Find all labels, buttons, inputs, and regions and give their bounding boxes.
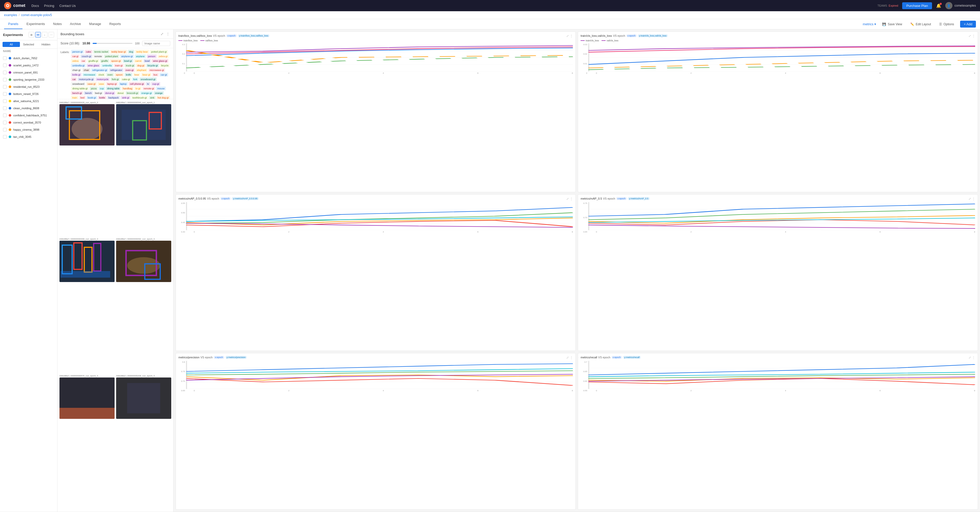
chart-x-label[interactable]: x:epoch bbox=[616, 197, 627, 200]
label-tag[interactable]: knife bbox=[124, 73, 132, 76]
label-tag[interactable]: carrot bbox=[134, 59, 143, 63]
chart-y-label[interactable]: y:train/box_loss,val/box_loss bbox=[238, 34, 270, 37]
label-tag[interactable]: wine glass-gt bbox=[151, 59, 168, 63]
label-tag[interactable]: oven bbox=[106, 73, 114, 76]
label-tag[interactable]: microwave-gt bbox=[148, 68, 165, 72]
tab-experiments[interactable]: Experiments bbox=[22, 19, 49, 29]
list-item[interactable]: clean_molding_8608 bbox=[0, 105, 57, 112]
label-tag[interactable]: cat bbox=[71, 77, 77, 81]
label-tag[interactable]: potted plant-gt bbox=[150, 50, 168, 54]
exp-checkbox[interactable] bbox=[3, 121, 6, 124]
save-view-button[interactable]: 💾 Save View bbox=[880, 21, 904, 27]
label-tag[interactable]: bed-gt bbox=[94, 91, 103, 95]
filter-all[interactable]: All bbox=[3, 42, 20, 47]
metrics-dropdown[interactable]: metrics ▾ bbox=[863, 22, 877, 26]
label-tag[interactable]: oven-gt bbox=[124, 68, 135, 72]
image-cell[interactable]: 04818f8a7 / 000000000428_curr_epoch_0 bbox=[59, 101, 115, 236]
label-tag[interactable]: teddy bear bbox=[135, 50, 149, 54]
label-tag[interactable]: bench bbox=[84, 91, 93, 95]
user-area[interactable]: 👤 cometexamples bbox=[945, 2, 976, 9]
sidebar-ctrl-3[interactable]: ↓ bbox=[42, 32, 48, 38]
add-button[interactable]: + Add bbox=[960, 21, 976, 27]
label-tag[interactable]: giraffe-gt bbox=[87, 59, 99, 63]
label-tag[interactable]: bicycle bbox=[160, 64, 170, 67]
label-tag[interactable]: bed bbox=[79, 96, 86, 99]
chart-more-icon[interactable]: ⋮ bbox=[570, 34, 573, 38]
label-tag[interactable]: car-gt bbox=[159, 73, 168, 76]
label-tag[interactable]: donut-gt bbox=[104, 91, 115, 95]
list-item[interactable]: alive_satsuma_6221 bbox=[0, 97, 57, 105]
label-tag[interactable]: dog bbox=[128, 50, 135, 54]
label-tag[interactable]: spoon bbox=[115, 73, 124, 76]
list-item[interactable]: scarlet_pastry_1472 bbox=[0, 62, 57, 69]
exp-checkbox[interactable] bbox=[3, 71, 6, 74]
label-tag[interactable]: chair-gt bbox=[71, 68, 82, 72]
chart-expand-icon[interactable]: ⤢ bbox=[969, 197, 971, 200]
label-tag[interactable]: cup-gt bbox=[151, 82, 160, 86]
label-tag[interactable]: cake bbox=[85, 50, 92, 54]
label-tag[interactable]: elephant bbox=[135, 68, 147, 72]
bell-icon[interactable]: 🔔 bbox=[936, 3, 941, 8]
options-button[interactable]: ☰ Options bbox=[937, 21, 956, 27]
tab-notes[interactable]: Notes bbox=[49, 19, 66, 29]
list-item[interactable]: bottom_newel_9726 bbox=[0, 91, 57, 97]
exp-checkbox[interactable] bbox=[3, 99, 6, 103]
label-tag[interactable]: person bbox=[147, 54, 157, 58]
label-tag[interactable]: book-gt bbox=[86, 96, 97, 99]
list-item[interactable]: dutch_durian_7652 bbox=[0, 55, 57, 62]
label-tag[interactable]: train bbox=[71, 96, 78, 99]
label-tag[interactable]: zebra bbox=[71, 59, 80, 63]
list-item[interactable]: tan_chili_3045 bbox=[0, 133, 57, 140]
image-cell[interactable]: 04818f8a7 / 000000000092_curr_epoch_0 bbox=[116, 238, 171, 373]
label-tag[interactable]: remote bbox=[93, 54, 103, 58]
list-item[interactable]: crimson_panel_691 bbox=[0, 69, 57, 76]
label-tag[interactable]: broccoli-gt bbox=[126, 91, 139, 95]
chart-expand-icon[interactable]: ⤢ bbox=[969, 356, 971, 359]
edit-layout-button[interactable]: ✏️ Edit Layout bbox=[908, 21, 933, 27]
label-tag[interactable]: donut bbox=[116, 91, 125, 95]
label-tag[interactable]: fork-gt bbox=[110, 77, 120, 81]
label-tag[interactable]: bear bbox=[133, 73, 140, 76]
list-item[interactable]: sporting_tangerine_2333 bbox=[0, 76, 57, 83]
tab-panels[interactable]: Panels bbox=[4, 19, 22, 29]
nav-pricing[interactable]: Pricing bbox=[44, 4, 54, 8]
label-tag[interactable]: bowl-gt bbox=[123, 59, 133, 63]
label-tag[interactable]: bicycle-gt bbox=[146, 64, 159, 67]
label-tag[interactable]: motorcycle bbox=[95, 77, 110, 81]
sidebar-ctrl-1[interactable]: ⊞ bbox=[29, 32, 34, 38]
chart-expand-icon[interactable]: ⤢ bbox=[969, 34, 971, 38]
list-item[interactable]: residential_run_8523 bbox=[0, 83, 57, 91]
label-tag[interactable]: snowboard bbox=[71, 82, 85, 86]
image-cell[interactable]: 04818f8a7 / 000000000575_curr_epoch_0 bbox=[59, 375, 115, 510]
list-item[interactable]: happy_cinema_3898 bbox=[0, 126, 57, 133]
chart-y-label[interactable]: y:metrics/mAP_0.5 bbox=[628, 197, 650, 200]
label-tag[interactable]: bottle bbox=[98, 96, 107, 99]
chart-y-label[interactable]: y:train/cls_loss,val/cls_loss bbox=[638, 34, 668, 37]
label-tag[interactable]: chair bbox=[83, 68, 90, 72]
exp-checkbox[interactable] bbox=[3, 114, 6, 117]
label-tag[interactable]: couch-gt bbox=[80, 54, 92, 58]
chart-y-label[interactable]: y:metrics/recall bbox=[623, 356, 641, 359]
list-item[interactable]: correct_wombat_3570 bbox=[0, 119, 57, 126]
label-tag[interactable]: cell phone-gt bbox=[129, 82, 145, 86]
exp-checkbox[interactable] bbox=[3, 85, 6, 89]
label-tag[interactable]: laptop-gt bbox=[106, 82, 118, 86]
image-cell[interactable]: 04818f8a7 / 000000000208_curr_epoch_0 bbox=[116, 375, 171, 510]
label-tag[interactable]: car bbox=[80, 59, 86, 63]
label-tag[interactable]: clock bbox=[97, 73, 105, 76]
exp-checkbox[interactable] bbox=[3, 128, 6, 132]
label-tag[interactable]: vase bbox=[97, 82, 105, 86]
label-tag[interactable]: bus bbox=[152, 73, 159, 76]
exp-checkbox[interactable] bbox=[3, 56, 6, 60]
nav-docs[interactable]: Docs bbox=[32, 4, 39, 8]
tab-manage[interactable]: Manage bbox=[85, 19, 105, 29]
label-tag[interactable]: microwave bbox=[83, 73, 97, 76]
label-tag[interactable]: fork bbox=[132, 77, 138, 81]
label-tag[interactable]: motorcycle-gt bbox=[78, 77, 95, 81]
label-tag[interactable]: sink-gt bbox=[121, 96, 130, 99]
chart-x-label[interactable]: x:epoch bbox=[626, 34, 637, 37]
label-tag[interactable]: giraffe bbox=[100, 59, 109, 63]
label-tag[interactable]: remote-gt bbox=[142, 86, 156, 91]
label-tag[interactable]: handbag bbox=[121, 86, 134, 91]
label-tag[interactable]: dining table-gt bbox=[71, 86, 89, 91]
